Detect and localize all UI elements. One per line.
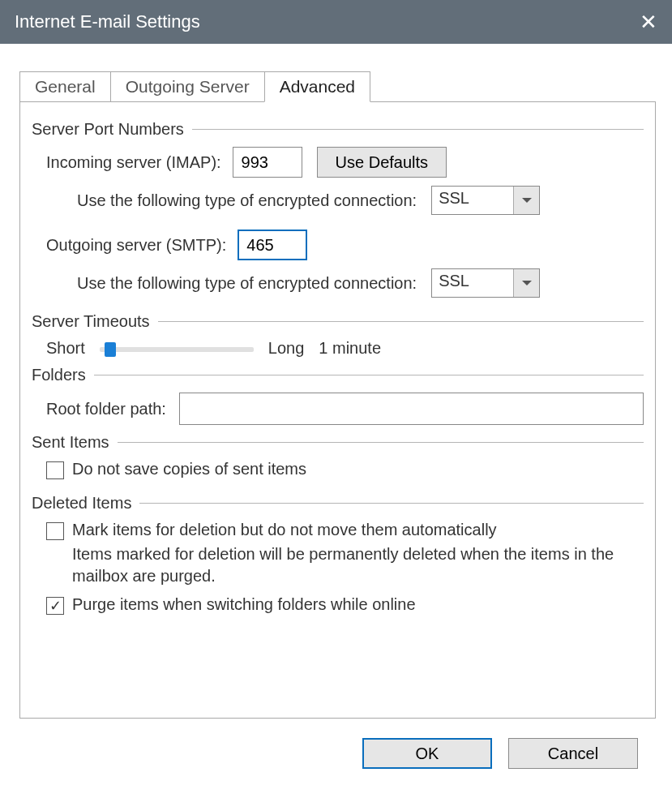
divider	[158, 321, 644, 322]
server-timeouts-group-label: Server Timeouts	[32, 312, 150, 331]
purge-checkbox[interactable]	[46, 597, 64, 615]
outgoing-encryption-select[interactable]: SSL	[431, 268, 540, 298]
timeout-short-label: Short	[46, 339, 85, 358]
tab-general[interactable]: General	[19, 71, 111, 102]
timeout-long-label: Long	[268, 339, 305, 358]
window-title: Internet E-mail Settings	[15, 11, 200, 32]
divider	[118, 442, 644, 443]
ok-button[interactable]: OK	[362, 738, 492, 769]
mark-for-deletion-checkbox[interactable]	[46, 522, 64, 540]
deleted-items-group-label: Deleted Items	[32, 494, 131, 513]
purge-label: Purge items when switching folders while…	[72, 595, 416, 614]
chevron-down-icon	[513, 187, 539, 214]
divider	[139, 503, 644, 504]
incoming-encryption-value: SSL	[432, 187, 513, 214]
chevron-down-icon	[513, 269, 539, 297]
incoming-port-input[interactable]	[233, 147, 302, 178]
dont-save-sent-checkbox[interactable]	[46, 461, 64, 479]
deletion-hint: Items marked for deletion will be perman…	[72, 543, 644, 587]
incoming-server-label: Incoming server (IMAP):	[46, 153, 221, 172]
sent-items-group-label: Sent Items	[32, 433, 109, 452]
root-folder-path-input[interactable]	[179, 393, 644, 425]
timeout-slider[interactable]	[100, 341, 254, 357]
outgoing-encryption-value: SSL	[432, 269, 513, 297]
cancel-button[interactable]: Cancel	[508, 738, 638, 769]
incoming-encryption-label: Use the following type of encrypted conn…	[77, 191, 417, 210]
close-icon[interactable]: ✕	[640, 10, 657, 35]
tab-outgoing-server[interactable]: Outgoing Server	[110, 71, 265, 102]
timeout-value-label: 1 minute	[319, 339, 381, 358]
mark-for-deletion-label: Mark items for deletion but do not move …	[72, 521, 497, 539]
incoming-encryption-select[interactable]: SSL	[431, 186, 540, 215]
outgoing-port-input[interactable]	[238, 230, 307, 260]
titlebar: Internet E-mail Settings ✕	[0, 0, 672, 44]
dialog-footer: OK Cancel	[19, 719, 656, 769]
slider-thumb[interactable]	[105, 342, 116, 357]
outgoing-encryption-label: Use the following type of encrypted conn…	[77, 274, 417, 293]
root-folder-path-label: Root folder path:	[46, 400, 166, 418]
tab-advanced[interactable]: Advanced	[264, 71, 370, 102]
server-ports-group-label: Server Port Numbers	[32, 120, 184, 139]
advanced-panel: Server Port Numbers Incoming server (IMA…	[19, 102, 656, 719]
tab-strip: General Outgoing Server Advanced	[19, 67, 656, 102]
divider	[192, 129, 644, 130]
divider	[94, 375, 644, 375]
folders-group-label: Folders	[32, 366, 86, 384]
use-defaults-button[interactable]: Use Defaults	[317, 147, 447, 178]
outgoing-server-label: Outgoing server (SMTP):	[46, 236, 226, 255]
dont-save-sent-label: Do not save copies of sent items	[72, 460, 306, 478]
